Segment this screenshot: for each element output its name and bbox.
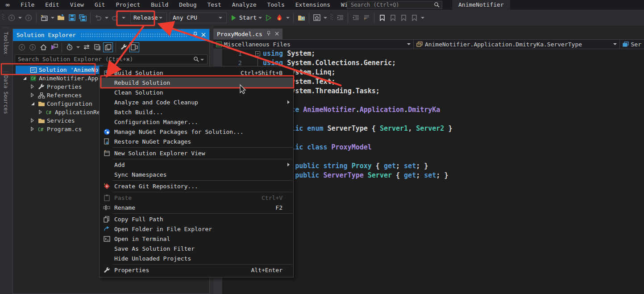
tab-toolbox[interactable]: Toolbox	[3, 28, 9, 58]
context-item-create-git-repository[interactable]: Create Git Repository...	[100, 181, 293, 191]
menu-debug[interactable]: Debug	[174, 0, 202, 10]
redo-button[interactable]	[110, 12, 120, 23]
menu-build[interactable]: Build	[145, 0, 174, 10]
menu-view[interactable]: View	[65, 0, 89, 10]
menu-file[interactable]: File	[15, 0, 40, 10]
chevron-down-icon[interactable]	[200, 59, 204, 61]
close-icon[interactable]	[275, 31, 279, 37]
chevron-down-icon[interactable]	[324, 17, 327, 19]
menu-project[interactable]: Project	[110, 0, 145, 10]
menu-test[interactable]: Test	[202, 0, 227, 10]
solution-home-button[interactable]	[312, 12, 322, 23]
menu-edit[interactable]: Edit	[40, 0, 64, 10]
context-item-open-in-terminal[interactable]: Open in Terminal	[100, 234, 293, 244]
unindent-button[interactable]	[351, 12, 361, 23]
menu-analyze[interactable]: Analyze	[227, 0, 262, 10]
context-item-copy-full-path[interactable]: Copy Full Path	[100, 214, 293, 224]
context-item-paste[interactable]: Paste Ctrl+V	[100, 193, 293, 203]
se-sync-with-active-document-button[interactable]	[82, 42, 91, 53]
hot-reload-button[interactable]	[274, 12, 284, 23]
se-preview-selected-items-button[interactable]	[129, 42, 139, 52]
quick-search-input[interactable]: Search (Ctrl+Q)	[347, 1, 442, 9]
indent-button[interactable]	[335, 12, 345, 23]
tree-expander-collapsed-icon[interactable]	[31, 117, 34, 124]
tab-data-sources[interactable]: Data Sources	[3, 71, 9, 118]
chevron-down-icon[interactable]	[219, 17, 222, 19]
context-item-save-as-solution-filter[interactable]: Save As Solution Filter	[100, 244, 293, 253]
context-item-properties[interactable]: Properties Alt+Enter	[100, 265, 293, 275]
breadcrumb-2[interactable]: Ser	[620, 40, 644, 49]
pin-icon[interactable]	[193, 32, 198, 38]
se-switch-views-button[interactable]	[49, 42, 59, 53]
context-item-batch-build[interactable]: Batch Build...	[100, 107, 293, 117]
chevron-down-icon[interactable]	[105, 17, 108, 19]
context-item-hide-unloaded-projects[interactable]: Hide Unloaded Projects	[100, 253, 293, 263]
tree-expander-expanded-icon[interactable]	[31, 100, 35, 107]
configuration-dropdown[interactable]: Release	[130, 12, 167, 23]
breadcrumb-0[interactable]: C# Miscellaneous Files	[213, 40, 414, 49]
nav-back-button[interactable]	[7, 12, 17, 23]
chevron-down-icon[interactable]	[407, 43, 411, 45]
tree-expander-collapsed-icon[interactable]	[31, 126, 34, 133]
context-item-build-solution[interactable]: Build Solution Ctrl+Shift+B	[100, 68, 293, 78]
comment-button[interactable]: ?	[361, 12, 371, 23]
fold-collapse-icon[interactable]: −	[255, 51, 260, 56]
start-debug-button[interactable]: Start	[231, 12, 257, 23]
breadcrumb-1[interactable]: AnimeNotifier.Application.DmitryKa.Serve…	[414, 40, 620, 49]
bookmark-clear-button[interactable]	[409, 12, 419, 23]
context-item-new-solution-explorer-view[interactable]: New Solution Explorer View	[100, 148, 293, 158]
context-item-analyze-and-code-cleanup[interactable]: Analyze and Code Cleanup	[100, 97, 293, 107]
se-collapse-all-button[interactable]	[92, 42, 102, 53]
solution-explorer-title-bar[interactable]: Solution Explorer	[13, 29, 209, 41]
context-item-add[interactable]: Add	[100, 160, 293, 170]
chevron-down-icon[interactable]	[613, 43, 617, 45]
context-item-open-folder-in-file-explorer[interactable]: Open Folder in File Explorer	[100, 224, 293, 234]
undo-button[interactable]	[93, 12, 103, 23]
find-in-files-button[interactable]	[296, 12, 306, 23]
se-pending-changes-filter-button[interactable]	[65, 42, 75, 53]
chevron-down-icon[interactable]	[159, 17, 162, 19]
nav-forward-button[interactable]	[24, 12, 33, 23]
close-icon[interactable]	[201, 32, 206, 38]
chevron-down-icon[interactable]	[76, 46, 80, 48]
se-forward-button[interactable]	[28, 42, 37, 53]
toolbar-drag-handle[interactable]	[330, 13, 333, 22]
context-item-manage-nuget-packages-for-solution[interactable]: Manage NuGet Packages for Solution...	[100, 127, 293, 137]
se-home-button[interactable]	[38, 42, 48, 53]
se-back-button[interactable]	[17, 42, 27, 53]
menu-tools[interactable]: Tools	[262, 0, 290, 10]
bookmark-toggle-button[interactable]	[377, 12, 387, 23]
tree-expander-collapsed-icon[interactable]	[31, 92, 34, 99]
tree-expander-collapsed-icon[interactable]	[31, 83, 34, 90]
pin-icon[interactable]	[266, 31, 271, 37]
context-item-sync-namespaces[interactable]: Sync Namespaces	[100, 170, 293, 179]
save-all-button[interactable]	[78, 12, 87, 23]
context-item-restore-nuget-packages[interactable]: Restore NuGet Packages	[100, 137, 293, 146]
menu-git[interactable]: Git	[89, 0, 110, 10]
toolbar-drag-handle[interactable]	[2, 13, 4, 22]
tree-expander-expanded-icon[interactable]	[23, 75, 27, 82]
chevron-down-icon[interactable]	[18, 17, 22, 19]
context-item-rebuild-solution[interactable]: Rebuild Solution	[100, 78, 293, 87]
tree-expander-collapsed-icon[interactable]	[39, 109, 42, 116]
chevron-down-icon[interactable]	[286, 17, 290, 19]
context-item-configuration-manager[interactable]: Configuration Manager...	[100, 117, 293, 127]
platform-dropdown[interactable]: Any CPU	[170, 12, 227, 23]
new-project-button[interactable]	[39, 12, 49, 23]
bookmark-next-button[interactable]	[399, 12, 408, 23]
se-properties-button[interactable]	[119, 42, 129, 53]
menu-extensions[interactable]: Extensions	[290, 0, 336, 10]
chevron-down-icon[interactable]	[421, 17, 424, 19]
solution-explorer-search-input[interactable]: Search Solution Explorer (Ctrl+ж)	[15, 54, 208, 64]
context-item-rename[interactable]: Rename F2	[100, 203, 293, 212]
start-without-debugging-button[interactable]	[264, 12, 274, 23]
chevron-down-icon[interactable]	[258, 17, 262, 19]
tab-proxymodel[interactable]: ProxyModel.cs	[213, 29, 283, 39]
chevron-down-icon[interactable]	[122, 17, 125, 19]
se-show-all-files-button[interactable]	[103, 42, 113, 52]
context-item-clean-solution[interactable]: Clean Solution	[100, 87, 293, 97]
chevron-down-icon[interactable]	[51, 17, 54, 19]
open-file-button[interactable]	[56, 12, 66, 23]
save-button[interactable]	[67, 12, 77, 23]
bookmark-prev-button[interactable]	[388, 12, 398, 23]
